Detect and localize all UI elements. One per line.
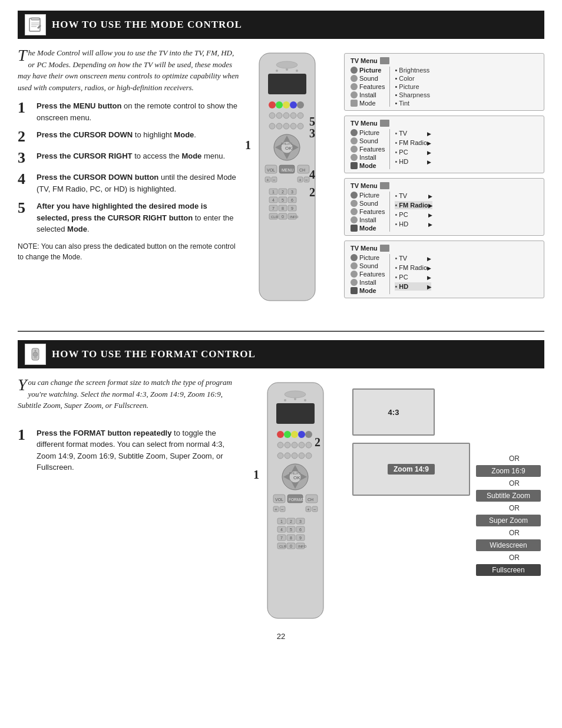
- svg-text:3: 3: [299, 519, 302, 523]
- format-or-4: OR: [476, 529, 541, 537]
- menu-grid-4: Picture Sound Features: [351, 254, 538, 294]
- menu-divider-3: [389, 192, 390, 232]
- svg-point-77: [285, 391, 306, 398]
- menu-labels-2: Picture Sound Features: [351, 129, 385, 169]
- m3-fm-row: FM Radio: [395, 201, 432, 209]
- svg-point-15: [297, 101, 304, 108]
- svg-point-83: [284, 431, 291, 438]
- m2-mode-icon: [351, 162, 358, 169]
- menu-label-picture: Picture: [351, 67, 385, 74]
- step-number-3: 3: [18, 150, 31, 166]
- format-zoom-preview: Zoom 14:9: [352, 443, 470, 496]
- m4-install: Install: [351, 279, 385, 286]
- m2-features-icon: [351, 146, 358, 153]
- menu-divider-1: [389, 67, 390, 107]
- format-remote-svg: OK VOL CH FORMAT + − +: [250, 377, 341, 624]
- svg-rect-78: [276, 403, 315, 424]
- step-number-4: 4: [18, 172, 31, 187]
- mode-steps: 1 Press the MENU button on the remote co…: [18, 100, 242, 235]
- svg-point-24: [290, 123, 296, 129]
- mode-right: 1 2 3 4 5: [242, 47, 544, 320]
- step-text-5: After you have highlighted the desired m…: [37, 200, 242, 235]
- mode-remote-col: 1 2 3 4 5: [242, 47, 336, 320]
- mode-header: How to use the Mode Control: [18, 11, 544, 39]
- svg-point-81: [304, 399, 306, 401]
- format-zoom-label: Zoom 14:9: [388, 464, 435, 475]
- menu-values-2: TV FM Radio PC HD: [395, 129, 431, 169]
- mode-remote-svg: OK VOL CH MENU + − +: [242, 47, 333, 318]
- m2-mode: Mode: [351, 162, 385, 169]
- m2-install-icon: [351, 154, 358, 161]
- m3-install-icon: [351, 216, 358, 223]
- value-sharpness: Sharpness: [395, 91, 430, 98]
- format-or-2: OR: [476, 479, 541, 487]
- step-number-1: 1: [18, 100, 31, 116]
- mode-step-2: 2 Press the CURSOR DOWN to highlight Mod…: [18, 129, 242, 144]
- menu-panel-2: TV Menu Picture Sou: [344, 116, 544, 173]
- svg-text:INFO: INFO: [298, 545, 307, 548]
- m3-install: Install: [351, 216, 385, 223]
- m2-features: Features: [351, 146, 385, 153]
- page: How to use the Mode Control The Mode Con…: [0, 0, 562, 651]
- menu-title-2: TV Menu: [351, 120, 538, 127]
- m3-tv-row: TV: [395, 192, 432, 200]
- menu-divider-4: [389, 254, 390, 294]
- svg-point-94: [292, 453, 297, 459]
- svg-text:9: 9: [291, 206, 293, 210]
- svg-text:VOL: VOL: [275, 498, 283, 502]
- m4-picture: Picture: [351, 254, 385, 261]
- mode-step-4: 4 Press the CURSOR DOWN button until the…: [18, 172, 242, 195]
- m4-features: Features: [351, 271, 385, 278]
- m3-sound: Sound: [351, 200, 385, 207]
- svg-text:4: 4: [272, 198, 275, 202]
- overlay-1: 1: [245, 139, 251, 152]
- mode-content: The Mode Control will allow you to use t…: [18, 47, 544, 320]
- svg-point-86: [305, 431, 312, 438]
- m2-picture: Picture: [351, 129, 385, 136]
- install-icon: [351, 91, 358, 98]
- sound-icon: [351, 75, 358, 82]
- svg-point-23: [283, 123, 289, 129]
- format-wide: Widescreen: [476, 539, 541, 551]
- m3-hd-row: HD: [395, 220, 432, 228]
- m4-features-icon: [351, 271, 358, 278]
- format-subtitle: Subtitle Zoom: [476, 490, 541, 502]
- svg-text:8: 8: [290, 536, 292, 540]
- format-or-1: OR: [476, 454, 541, 463]
- format-remote-icon: [27, 346, 44, 363]
- svg-text:CLR: CLR: [271, 215, 279, 219]
- overlay-5: 5: [309, 115, 315, 129]
- format-icon-box: [25, 344, 46, 365]
- svg-point-21: [269, 123, 275, 129]
- m4-fm-row: FM Radio: [395, 263, 431, 272]
- format-super: Super Zoom: [476, 515, 541, 526]
- value-brightness: Brightness: [395, 67, 430, 74]
- step-text-1: Press the MENU button on the remote cont…: [37, 100, 242, 123]
- features-icon: [351, 83, 358, 90]
- svg-text:−: −: [273, 177, 276, 183]
- mode-step-1: 1 Press the MENU button on the remote co…: [18, 100, 242, 123]
- format-content: You can change the screen format size to…: [18, 377, 544, 626]
- svg-text:MENU: MENU: [282, 168, 294, 172]
- mode-section: How to use the Mode Control The Mode Con…: [18, 11, 544, 320]
- svg-point-18: [283, 113, 289, 118]
- format-step-1: 1 Press the FORMAT button repeatedly to …: [18, 427, 242, 473]
- svg-text:FORMAT: FORMAT: [289, 498, 305, 502]
- format-step-text-1: Press the FORMAT button repeatedly to to…: [37, 427, 242, 473]
- format-full: Fullscreen: [476, 564, 541, 576]
- svg-point-22: [276, 123, 282, 129]
- svg-point-93: [285, 453, 290, 459]
- m3-features-icon: [351, 208, 358, 215]
- mode-step-5: 5 After you have highlighted the desired…: [18, 200, 242, 235]
- menu-grid-3: Picture Sound Features: [351, 192, 538, 232]
- format-43-preview: 4:3: [352, 388, 435, 436]
- notepad-icon: [27, 17, 44, 33]
- mode-drop-cap: T: [18, 47, 27, 64]
- m2-install: Install: [351, 154, 385, 161]
- svg-rect-75: [34, 357, 37, 358]
- svg-text:5: 5: [290, 528, 292, 532]
- mode-header-title: How to use the Mode Control: [52, 19, 242, 31]
- m2-picture-icon: [351, 129, 358, 136]
- m4-mode-icon: [351, 287, 358, 294]
- menu-label-mode: Mode: [351, 100, 385, 107]
